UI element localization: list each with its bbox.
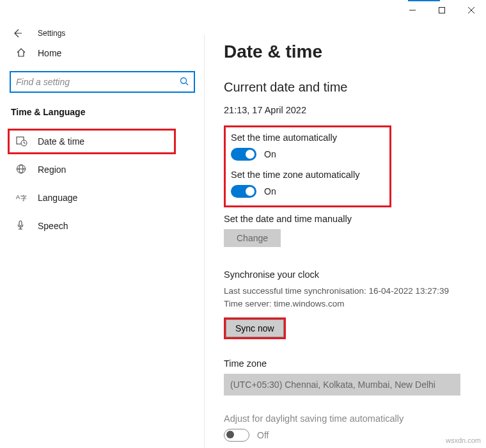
home-nav[interactable]: Home: [10, 42, 195, 65]
svg-text:A: A: [16, 194, 20, 200]
svg-line-5: [186, 83, 189, 85]
sync-now-button[interactable]: Sync now: [226, 319, 284, 337]
highlighted-auto-settings: Set the time automatically On Set the ti…: [224, 125, 391, 207]
timezone-heading: Time zone: [224, 358, 467, 369]
sync-info: Last successful time synchronisation: 16…: [224, 285, 467, 311]
auto-time-toggle-row: On: [231, 148, 382, 161]
auto-time-label: Set the time automatically: [231, 132, 382, 143]
maximize-button[interactable]: [427, 0, 457, 20]
sidebar-item-language[interactable]: A字 Language: [10, 185, 195, 211]
main-area: Home Time & Language Date & time Region …: [0, 35, 486, 448]
sidebar-item-label: Language: [38, 193, 77, 203]
auto-tz-label: Set the time zone automatically: [231, 170, 382, 180]
dst-toggle: [224, 429, 249, 442]
sidebar-item-label: Date & time: [38, 136, 84, 147]
microphone-icon: [16, 220, 27, 232]
globe-icon: [16, 164, 27, 176]
svg-rect-15: [19, 221, 22, 226]
minimize-button[interactable]: [398, 0, 427, 20]
page-title: Date & time: [224, 42, 467, 62]
sync-last: Last successful time synchronisation: 16…: [224, 285, 467, 298]
clock-calendar-icon: [16, 135, 27, 148]
search-input[interactable]: [16, 77, 180, 87]
content-area: Date & time Current date and time 21:13,…: [205, 35, 486, 448]
category-title: Time & Language: [10, 107, 195, 117]
sync-button-highlight: Sync now: [224, 317, 286, 339]
svg-text:字: 字: [20, 195, 27, 202]
auto-tz-toggle-row: On: [231, 185, 382, 198]
sidebar-item-label: Region: [38, 164, 66, 175]
home-icon: [16, 47, 27, 60]
current-datetime-value: 21:13, 17 April 2022: [224, 105, 467, 115]
dst-toggle-row: Off: [224, 429, 467, 442]
auto-time-state: On: [264, 149, 276, 159]
current-datetime-heading: Current date and time: [224, 80, 467, 95]
timezone-select: (UTC+05:30) Chennai, Kolkata, Mumbai, Ne…: [224, 374, 460, 396]
sidebar-item-date-time[interactable]: Date & time: [8, 129, 176, 154]
sidebar-item-label: Speech: [38, 221, 68, 231]
manual-datetime-label: Set the date and time manually: [224, 214, 467, 224]
sidebar: Home Time & Language Date & time Region …: [0, 35, 205, 448]
dst-label: Adjust for daylight saving time automati…: [224, 413, 467, 424]
dst-state: Off: [257, 430, 269, 440]
search-box[interactable]: [10, 71, 195, 93]
home-label: Home: [38, 48, 61, 58]
auto-time-toggle[interactable]: [231, 148, 256, 161]
accent-strip: [408, 0, 440, 1]
sidebar-item-speech[interactable]: Speech: [10, 213, 195, 239]
sync-server: Time server: time.windows.com: [224, 298, 467, 310]
close-button[interactable]: [457, 0, 486, 20]
watermark: wsxdn.com: [446, 436, 481, 444]
change-button: Change: [224, 229, 281, 247]
titlebar: [0, 0, 486, 20]
language-icon: A字: [16, 192, 27, 204]
divider: [204, 35, 205, 448]
svg-rect-1: [439, 8, 445, 13]
timezone-value: (UTC+05:30) Chennai, Kolkata, Mumbai, Ne…: [230, 380, 435, 390]
svg-point-4: [181, 77, 187, 83]
search-icon: [180, 77, 189, 88]
auto-tz-state: On: [264, 186, 276, 196]
sync-heading: Synchronise your clock: [224, 269, 467, 280]
sidebar-item-region[interactable]: Region: [10, 157, 195, 182]
auto-tz-toggle[interactable]: [231, 185, 256, 198]
